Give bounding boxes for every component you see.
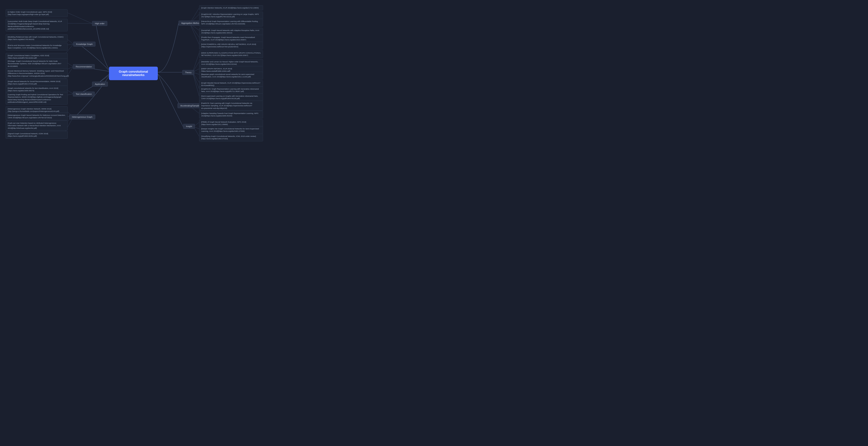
leaf-weisfeiler: [Weisfeiler and Leman Go Neural: Higher-… xyxy=(199,59,263,67)
leaf-text: [Graph Neural Networks for Social Recomm… xyxy=(8,80,60,85)
leaf-text: [Semi-supervised Learning on Graphs with… xyxy=(201,95,258,100)
leaf-text: [Deeper Insights into Graph Convolutiona… xyxy=(201,128,259,132)
branch-high-order: High order xyxy=(92,21,107,26)
branch-label: Recommendation xyxy=(76,66,92,68)
branch-label: Accelerating/Sampling xyxy=(180,105,201,107)
center-node: Graph convolutional neuralnetworks xyxy=(109,67,158,80)
leaf-het-malicious: [Heterogeneous Graph Neural Networks for… xyxy=(6,113,68,120)
leaf-text: [Graph Wavelet Neural Network, ICLR 2019… xyxy=(201,82,260,87)
leaf-cashout: [Cash-out User Detection based on Attrib… xyxy=(6,121,68,131)
leaf-powerful-gnn: [HOW POWERFUL ARE GRAPH NEURAL NETWORKS,… xyxy=(199,42,263,49)
leaf-graphsage: [GraphSAGE: Inductive Representation Lea… xyxy=(199,12,263,19)
leaf-bayesian: [Bayesian graph convolutional neural net… xyxy=(199,72,263,79)
leaf-text: [Social Attentional Memory Network: Mode… xyxy=(8,70,69,77)
branch-insight: Insight xyxy=(183,124,195,129)
leaf-text: [Graph Attention Networks, ICLR 2018](ht… xyxy=(201,7,259,9)
leaf-adaptive-sampling: [Adaptive Sampling Towards Fast Graph Re… xyxy=(199,111,263,118)
leaf-text: [Modeling Relational Data with Graph Con… xyxy=(8,36,63,40)
leaf-semi-supervised: [SEMI-SUPERVISED CLASSIFICATION WITH GRA… xyxy=(199,50,263,58)
leaf-text: [Bayesian graph convolutional neural net… xyxy=(201,73,254,78)
leaf-text: [Predict then Propagate: Graph Neural Ne… xyxy=(201,36,255,41)
leaf-text: [End-to-end Structure-Aware Convolutiona… xyxy=(8,44,62,49)
leaf-text: [Graph convolutional networks for text c… xyxy=(8,87,58,92)
leaf-high-order-1: [A Higher-Order Graph Convolutional Laye… xyxy=(6,9,68,17)
leaf-text: [Hierarchical Graph Representation Learn… xyxy=(201,20,258,25)
leaf-signed-gcn: [Signed Graph Convolutional Network, ICD… xyxy=(6,131,68,139)
leaf-text: [Cash-out User Detection based on Attrib… xyxy=(8,122,61,129)
leaf-geniepath: [GeniePath: Graph Neural Networks with A… xyxy=(199,28,263,35)
branch-label: Theory xyxy=(185,71,191,74)
leaf-semi-gan: [Semi-supervised Learning on Graphs with… xyxy=(199,94,263,101)
branch-label: Heterogeneous Graph xyxy=(72,116,92,118)
leaf-text: [FastGCN: Fast Learning with Graph Convo… xyxy=(201,102,252,109)
center-node-label: Graph convolutional neuralnetworks xyxy=(119,70,148,77)
mind-map: Graph convolutional neuralnetworks Aggre… xyxy=(0,0,289,148)
leaf-text: [DEEP GRAPH INFOMAX, ICLR 2019](https://… xyxy=(201,68,232,72)
leaf-graph-attention: [Graph Attention Networks, ICLR 2018](ht… xyxy=(199,5,263,10)
branch-heterogeneous: Heterogeneous Graph xyxy=(69,114,95,119)
leaf-hierarchical-pooling: [Hierarchical Graph Representation Learn… xyxy=(199,19,263,27)
leaf-text: [GraphSAGE: Inductive Representation Lea… xyxy=(201,13,259,18)
leaf-gnn-social: [Graph Neural Networks for Social Recomm… xyxy=(6,79,68,87)
leaf-learning-graph-pooling: [Learning Graph Pooling and Hybrid Convo… xyxy=(6,92,68,105)
leaf-text: [GraphGAN: Graph Representation Learning… xyxy=(201,88,259,92)
leaf-modeling-relational: [Modeling Relational Data with Graph Con… xyxy=(6,34,68,42)
leaf-text: [Learning Graph Pooling and Hybrid Convo… xyxy=(8,94,63,103)
leaf-text: [Heterogeneous Graph Attention Network, … xyxy=(8,108,59,112)
branch-label: Insight xyxy=(186,125,192,128)
branch-label: Aggregation Method xyxy=(181,22,200,24)
branch-recommendation: Recommendation xyxy=(73,64,95,69)
branch-label: Knowledge Graph xyxy=(76,43,93,45)
leaf-text: [LanczosNet: Multi-Scale Deep Graph Conv… xyxy=(8,20,62,30)
leaf-text: [HOW POWERFUL ARE GRAPH NEURAL NETWORKS,… xyxy=(201,43,256,48)
leaf-predict-propagate: [Predict then Propagate: Graph Neural Ne… xyxy=(199,35,263,42)
leaf-text: [Weisfeiler and Leman Go Neural: Higher-… xyxy=(201,61,258,65)
leaf-text: [Simplifying Graph Convolutional Network… xyxy=(201,135,256,140)
branch-application: Application xyxy=(92,82,108,87)
leaf-text: [Signed Graph Convolutional Network, ICD… xyxy=(8,133,48,137)
leaf-text: [SEMI-SUPERVISED CLASSIFICATION WITH GRA… xyxy=(201,52,261,56)
leaf-text: [Adaptive Sampling Towards Fast Graph Re… xyxy=(201,112,258,117)
leaf-text: [Pitfalls of Graph Neural Network Evalua… xyxy=(201,121,246,126)
leaf-lanczosnet: [LanczosNet: Multi-Scale Deep Graph Conv… xyxy=(6,19,68,31)
branch-label: High order xyxy=(95,22,104,25)
leaf-graphgan: [GraphGAN: Graph Representation Learning… xyxy=(199,87,263,94)
leaf-simplifying: [Simplifying Graph Convolutional Network… xyxy=(199,134,263,141)
branch-knowledge-graph: Knowledge Graph xyxy=(73,42,95,46)
leaf-pitfalls: [Pitfalls of Graph Neural Network Evalua… xyxy=(199,119,263,127)
leaf-fastgcn: [FastGCN: Fast Learning with Graph Convo… xyxy=(199,101,263,111)
leaf-pinsage: [PinSage: Graph Convolutional Neural Net… xyxy=(6,59,68,69)
branch-label: Application xyxy=(95,83,105,85)
leaf-deeper-insights: [Deeper Insights into Graph Convolutiona… xyxy=(199,126,263,134)
leaf-text: [Graph Convolutional Matrix Completion, … xyxy=(8,55,49,59)
leaf-text: [PinSage: Graph Convolutional Neural Net… xyxy=(8,60,61,67)
branch-text-classification: Text classification xyxy=(73,92,95,97)
leaf-social-attn: [Social Attentional Memory Network: Mode… xyxy=(6,68,68,78)
leaf-text: [A Higher-Order Graph Convolutional Laye… xyxy=(8,11,52,15)
branch-theory: Theory xyxy=(182,70,194,75)
leaf-end-to-end: [End-to-end Structure-Aware Convolutiona… xyxy=(6,43,68,50)
leaf-text: [GeniePath: Graph Neural Networks with A… xyxy=(201,29,259,34)
branch-label: Text classification xyxy=(76,93,92,95)
leaf-text: [Heterogeneous Graph Neural Networks for… xyxy=(8,114,65,118)
